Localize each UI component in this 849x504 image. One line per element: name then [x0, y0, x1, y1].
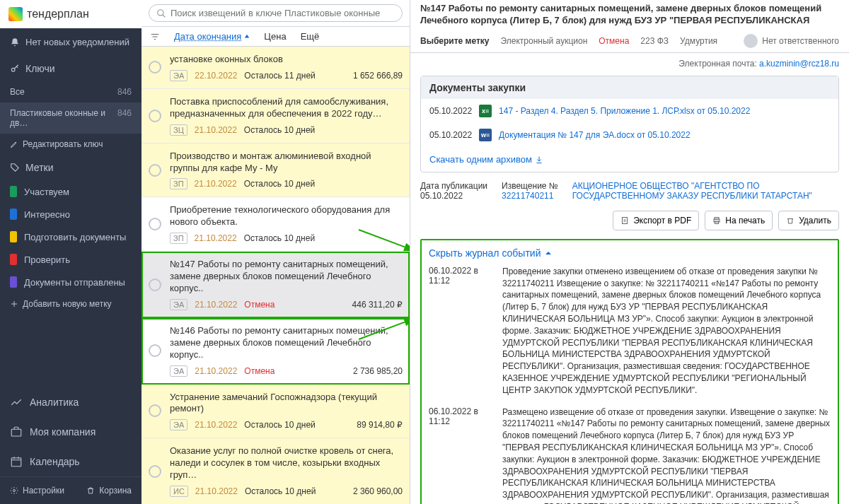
search-input[interactable]	[171, 8, 395, 18]
item-cancel: Отмена	[244, 300, 345, 310]
add-label[interactable]: Добавить новую метку	[0, 293, 142, 315]
detail-content[interactable]: Электронная почта: a.kuzminin@rcz18.ru Д…	[410, 53, 849, 504]
label-item[interactable]: Интересно	[0, 203, 142, 225]
pdf-icon	[620, 216, 629, 225]
logo-text: тендерплан	[27, 8, 89, 20]
tender-item[interactable]: Устранение замечаний Госпожнадзора (теку…	[142, 385, 410, 439]
tender-item[interactable]: Оказание услуг по полной очистке кровель…	[142, 438, 410, 504]
filter-icon[interactable]	[150, 32, 160, 42]
sort-up-icon	[244, 34, 250, 40]
item-date: 21.10.2022	[195, 125, 237, 135]
label-swatch	[10, 276, 17, 288]
briefcase-icon	[10, 426, 23, 438]
item-tag: ЭА	[170, 70, 187, 81]
doc-link[interactable]: 147 - Раздел 4. Раздел 5. Приложение 1. …	[499, 106, 750, 116]
item-radio[interactable]	[149, 404, 161, 417]
nav-calendar[interactable]: Календарь	[0, 447, 142, 476]
notifications[interactable]: Нет новых уведомлений	[0, 28, 142, 56]
detail-header: №147 Работы по ремонту санитарных помеще…	[410, 0, 849, 53]
label-item[interactable]: Документы отправлены	[0, 271, 142, 293]
item-title: Приобретение технологического оборудован…	[170, 204, 403, 228]
email-link[interactable]: a.kuzminin@rcz18.ru	[759, 59, 839, 69]
logo[interactable]: тендерплан	[0, 0, 142, 28]
nav-company[interactable]: Моя компания	[0, 417, 142, 447]
choose-label[interactable]: Выберите метку	[420, 36, 490, 46]
svg-rect-7	[623, 217, 628, 223]
item-date: 21.10.2022	[195, 300, 237, 310]
items-list[interactable]: установке оконных блоковЭА22.10.2022Оста…	[142, 47, 410, 504]
item-date: 21.10.2022	[195, 179, 237, 189]
key-all[interactable]: Все 846	[0, 81, 142, 102]
chevron-up-icon	[545, 250, 552, 257]
export-pdf-button[interactable]: Экспорт в PDF	[613, 211, 699, 230]
gear-icon	[10, 486, 18, 495]
item-remain: Осталось 10 дней	[244, 179, 395, 189]
item-price: 1 652 666,89	[353, 71, 403, 81]
event-text: Проведение закупки отменено извещением о…	[502, 266, 831, 397]
notif-text: Нет новых уведомлений	[25, 37, 129, 47]
item-remain: Осталось 11 дней	[244, 71, 346, 81]
event-row: 06.10.2022 в 11:12Проведение закупки отм…	[429, 266, 831, 397]
avatar-icon	[744, 34, 758, 48]
detail-title: №147 Работы по ремонту санитарных помеще…	[420, 3, 839, 27]
tender-item[interactable]: №146 Работы по ремонту санитарных помеще…	[142, 318, 410, 385]
search-box[interactable]	[149, 4, 403, 22]
item-radio[interactable]	[149, 465, 161, 478]
doc-link[interactable]: Документация № 147 для ЭА.docx от 05.10.…	[499, 130, 691, 140]
item-tag: ЗЦ	[170, 124, 187, 136]
key-active[interactable]: Пластиковые оконные и дв… 846	[0, 102, 142, 134]
item-tag: ЭА	[170, 419, 187, 430]
documents-box: Документы закупки 05.10.2022x≡147 - Разд…	[420, 76, 839, 172]
svg-point-0	[11, 68, 15, 71]
settings-link[interactable]: Настройки	[10, 486, 64, 496]
item-tag: ИС	[170, 486, 188, 497]
sort-more[interactable]: Ещё	[301, 31, 320, 42]
item-cancel: Отмена	[244, 366, 346, 376]
label-item[interactable]: Проверить	[0, 248, 142, 271]
labels-section[interactable]: Метки	[0, 155, 142, 180]
sort-date[interactable]: Дата окончания	[174, 31, 250, 42]
responsible[interactable]: Нет ответственного	[744, 34, 839, 48]
item-date: 21.10.2022	[195, 366, 237, 376]
item-radio[interactable]	[149, 110, 161, 122]
doc-row: 05.10.2022w≡Документация № 147 для ЭА.do…	[421, 123, 838, 147]
pub-date-value: 05.10.2022	[420, 191, 487, 201]
print-button[interactable]: На печать	[705, 211, 773, 230]
file-icon: x≡	[479, 105, 492, 117]
org-link[interactable]: АКЦИОНЕРНОЕ ОБЩЕСТВО "АГЕНТСТВО ПО ГОСУД…	[572, 181, 839, 201]
tender-item[interactable]: установке оконных блоковЭА22.10.2022Оста…	[142, 47, 410, 89]
item-radio[interactable]	[149, 344, 161, 357]
label-swatch	[10, 231, 17, 242]
item-radio[interactable]	[149, 279, 161, 291]
trash-link[interactable]: Корзина	[86, 486, 132, 496]
item-radio[interactable]	[149, 164, 161, 177]
download-all[interactable]: Скачать одним архивом	[421, 147, 838, 172]
download-icon	[535, 156, 543, 164]
search-icon	[156, 8, 166, 18]
law-badge: 223 ФЗ	[640, 36, 669, 46]
key-icon	[10, 64, 20, 74]
item-price: 2 360 960,00	[353, 486, 403, 496]
tender-item[interactable]: №147 Работы по ремонту санитарных помеще…	[142, 252, 410, 318]
tender-item[interactable]: Поставка приспособлений для самообслужив…	[142, 89, 410, 143]
label-item[interactable]: Подготовить документы	[0, 225, 142, 248]
item-radio[interactable]	[149, 218, 161, 230]
label-item[interactable]: Участвуем	[0, 180, 142, 203]
email-row: Электронная почта: a.kuzminin@rcz18.ru	[420, 59, 839, 69]
item-tag: ЭА	[170, 299, 187, 310]
delete-button[interactable]: Удалить	[778, 211, 839, 230]
tender-item[interactable]: Приобретение технологического оборудован…	[142, 197, 410, 252]
item-radio[interactable]	[149, 61, 161, 74]
notice-number[interactable]: 32211740211	[502, 191, 558, 201]
item-date: 22.10.2022	[195, 71, 237, 81]
item-tag: ЗП	[170, 233, 187, 244]
sort-price[interactable]: Цена	[264, 31, 286, 42]
item-price: 2 736 985,20	[353, 366, 403, 376]
tender-item[interactable]: Производство и монтаж алюминиевой входно…	[142, 143, 410, 198]
sidebar: тендерплан Нет новых уведомлений Ключи В…	[0, 0, 142, 504]
keys-section[interactable]: Ключи	[0, 56, 142, 81]
journal-toggle[interactable]: Скрыть журнал событий	[429, 247, 831, 259]
edit-key[interactable]: Редактировать ключ	[0, 134, 142, 155]
nav-analytics[interactable]: Аналитика	[0, 387, 142, 417]
list-panel: Дата окончания Цена Ещё установке оконны…	[142, 0, 410, 504]
